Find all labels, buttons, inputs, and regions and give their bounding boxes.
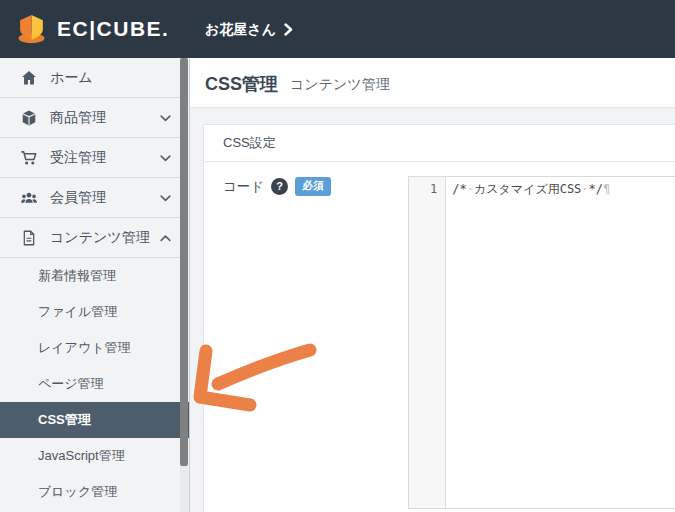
sidebar-item-products[interactable]: 商品管理	[0, 98, 189, 138]
sidebar-item-label: ホーム	[50, 69, 93, 87]
top-header: EC|CUBE. お花屋さん	[0, 0, 675, 58]
home-icon	[20, 69, 38, 87]
sidebar-item-home[interactable]: ホーム	[0, 58, 189, 98]
css-code-editor[interactable]: 1 /*·カスタマイズ用CSS·*/¶	[408, 176, 675, 509]
eccube-logo-text: EC|CUBE.	[57, 17, 169, 41]
submenu-label: ページ管理	[38, 375, 104, 393]
whitespace-dot: ·	[581, 182, 588, 196]
sidebar-item-label: コンテンツ管理	[50, 229, 150, 247]
users-icon	[20, 189, 38, 207]
breadcrumb: コンテンツ管理	[290, 76, 390, 94]
sidebar-item-label: 受注管理	[50, 149, 106, 167]
card-header: CSS設定	[204, 125, 675, 162]
line-number: 1	[430, 182, 437, 196]
submenu-item-css[interactable]: CSS管理	[0, 402, 189, 438]
sidebar-item-orders[interactable]: 受注管理	[0, 138, 189, 178]
code-field-label-group: コード ? 必須	[223, 176, 408, 196]
sidebar-item-contents[interactable]: コンテンツ管理	[0, 218, 189, 258]
card-body: コード ? 必須 1 /*·カスタマイズ用CSS·*/¶	[204, 162, 675, 509]
package-icon	[20, 109, 38, 127]
sidebar-item-label: 商品管理	[50, 109, 106, 127]
comment-close-token: */	[589, 182, 603, 196]
page-title: CSS管理	[205, 72, 278, 96]
submenu-label: ファイル管理	[38, 303, 117, 321]
whitespace-dot: ·	[467, 182, 474, 196]
required-badge: 必須	[295, 177, 331, 196]
comment-open-token: /*	[452, 182, 466, 196]
shop-name-link[interactable]: お花屋さん	[205, 21, 276, 39]
newline-pilcrow: ¶	[603, 182, 610, 196]
sidebar-item-members[interactable]: 会員管理	[0, 178, 189, 218]
chevron-down-icon	[160, 195, 171, 202]
editor-gutter: 1	[409, 177, 446, 508]
chevron-down-icon	[160, 115, 171, 122]
sidebar-item-label: 会員管理	[50, 189, 106, 207]
submenu-item-block[interactable]: ブロック管理	[0, 474, 189, 510]
chevron-up-icon	[160, 235, 171, 242]
submenu-label: レイアウト管理	[38, 339, 131, 357]
submenu-label: 新着情報管理	[38, 267, 116, 285]
document-icon	[20, 229, 38, 247]
sidebar-nav: ホーム 商品管理 受注管理	[0, 58, 190, 512]
submenu-label: JavaScript管理	[38, 447, 125, 465]
editor-code-line[interactable]: /*·カスタマイズ用CSS·*/¶	[446, 177, 610, 508]
submenu-item-page[interactable]: ページ管理	[0, 366, 189, 402]
submenu-item-javascript[interactable]: JavaScript管理	[0, 438, 189, 474]
css-settings-card: CSS設定 コード ? 必須 1 /*·カスタマイズ用CSS·*/¶	[203, 124, 675, 512]
comment-text-token: カスタマイズ用CSS	[474, 182, 581, 196]
help-icon[interactable]: ?	[271, 178, 288, 195]
sidebar-scrollbar-thumb[interactable]	[180, 58, 188, 466]
contents-submenu: 新着情報管理 ファイル管理 レイアウト管理 ページ管理 CSS管理 JavaSc…	[0, 258, 189, 510]
submenu-label: CSS管理	[38, 411, 91, 429]
submenu-item-news[interactable]: 新着情報管理	[0, 258, 189, 294]
submenu-label: ブロック管理	[38, 483, 117, 501]
code-field-label: コード	[223, 178, 264, 196]
chevron-down-icon	[160, 155, 171, 162]
eccube-logo[interactable]: EC|CUBE.	[15, 12, 169, 45]
submenu-item-file[interactable]: ファイル管理	[0, 294, 189, 330]
submenu-item-layout[interactable]: レイアウト管理	[0, 330, 189, 366]
main-content: CSS管理 コンテンツ管理 CSS設定 コード ? 必須 1 /*·カスタマイズ…	[190, 58, 675, 512]
cart-icon	[20, 149, 38, 167]
chevron-right-icon[interactable]	[284, 23, 293, 36]
content-area: CSS設定 コード ? 必須 1 /*·カスタマイズ用CSS·*/¶	[190, 108, 675, 512]
page-title-bar: CSS管理 コンテンツ管理	[190, 58, 675, 108]
eccube-logo-icon	[15, 12, 48, 45]
